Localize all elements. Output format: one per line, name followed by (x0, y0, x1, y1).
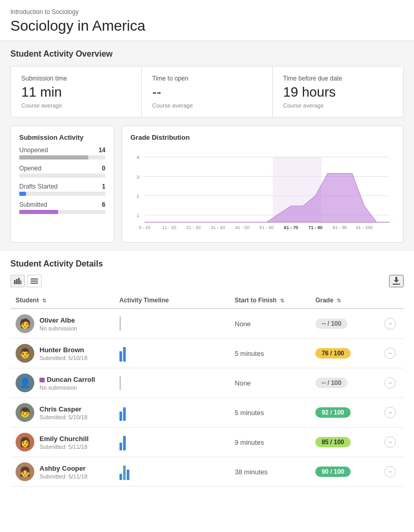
stat-value-2: 19 hours (283, 84, 393, 100)
stat-label-1: Time to open (152, 75, 262, 82)
timeline-bar (123, 407, 126, 421)
grade-distribution-card: Grade Distribution 4 3 2 1 (122, 126, 404, 243)
list-icon (31, 278, 38, 284)
sort-icon-grade: ⇅ (337, 298, 341, 303)
grade-cell-0: -- / 100 (310, 309, 379, 339)
student-submission-status: Submitted: 5/11/18 (39, 444, 89, 450)
th-grade[interactable]: Grade ⇅ (310, 292, 379, 309)
activity-count-3: 6 (102, 201, 105, 208)
flag-icon (39, 378, 45, 382)
bar-chart-view-button[interactable] (10, 275, 25, 287)
stat-label-0: Submission time (21, 75, 131, 82)
timeline-bar (123, 436, 126, 450)
students-table: Student ⇅ Activity Timeline Start to Fin… (10, 292, 404, 487)
timeline-cell-0 (114, 309, 230, 339)
chart-svg: 4 3 2 1 (130, 147, 395, 235)
activity-count-0: 14 (99, 147, 105, 154)
grade-cell-1: 76 / 100 (310, 339, 379, 368)
row-action-button[interactable]: − (384, 436, 396, 448)
list-view-button[interactable] (27, 275, 42, 287)
activity-bar-3 (19, 210, 58, 214)
action-cell-4: − (379, 428, 404, 457)
svg-rect-21 (16, 279, 18, 284)
row-action-button[interactable]: − (384, 377, 396, 389)
stat-sub-0: Course average (21, 102, 131, 109)
svg-text:11 - 20: 11 - 20 (162, 225, 176, 230)
timeline-bar (119, 411, 122, 421)
row-action-button[interactable]: − (384, 348, 396, 359)
svg-text:91 - 100: 91 - 100 (356, 225, 372, 230)
svg-text:4: 4 (137, 154, 140, 160)
timeline-bar (119, 351, 122, 362)
th-start-to-finish[interactable]: Start to Finish ⇅ (230, 292, 310, 309)
bar-chart-icon (14, 278, 21, 284)
timeline-bar (127, 470, 129, 480)
activity-count-2: 1 (102, 183, 105, 190)
action-cell-2: − (379, 368, 404, 398)
stat-time-before-due: Time before due date 19 hours Course ave… (273, 66, 403, 117)
overview-section: Student Activity Overview Submission tim… (0, 41, 414, 251)
stat-submission-time: Submission time 11 min Course average (11, 66, 142, 117)
timeline-cell-4 (114, 428, 230, 457)
avatar: 👦 (16, 403, 34, 422)
student-name: Ashby Cooper (39, 464, 87, 472)
page-title: Sociology in America (10, 18, 404, 34)
svg-rect-22 (18, 278, 20, 284)
row-action-button[interactable]: − (384, 466, 396, 477)
table-row: 👤Duncan CarrollNo submissionNone-- / 100… (10, 368, 404, 398)
activity-name-3: Submitted (19, 201, 47, 208)
activity-count-1: 0 (102, 165, 105, 172)
action-cell-5: − (379, 457, 404, 487)
row-action-button[interactable]: − (384, 407, 396, 418)
student-cell-1: 👨Hunter BrownSubmitted: 5/10/18 (10, 339, 114, 368)
grade-badge: 76 / 100 (315, 348, 350, 358)
student-cell-5: 👧Ashby CooperSubmitted: 5/11/18 (10, 457, 114, 487)
sort-icon-stf: ⇅ (280, 298, 284, 303)
download-button[interactable] (389, 275, 404, 287)
activity-item-unopened: Unopened 14 (19, 147, 105, 159)
start-to-finish-cell-3: 5 minutes (230, 398, 310, 428)
student-submission-status: Submitted: 5/10/18 (39, 355, 87, 361)
timeline-cell-5 (114, 457, 230, 487)
grade-badge: -- / 100 (315, 378, 348, 388)
activity-name-0: Unopened (19, 147, 48, 154)
svg-text:3: 3 (137, 174, 139, 180)
svg-rect-26 (31, 283, 38, 284)
start-to-finish-cell-0: None (230, 309, 310, 339)
stat-label-2: Time before due date (283, 75, 393, 82)
svg-rect-25 (31, 281, 38, 282)
student-submission-status: No submission (39, 384, 95, 391)
student-cell-3: 👦Chris CasperSubmitted: 5/10/18 (10, 398, 114, 428)
avatar: 👨 (16, 344, 34, 363)
svg-text:1: 1 (137, 212, 139, 218)
breadcrumb: Introduction to Sociology (10, 8, 404, 16)
timeline-empty (119, 316, 121, 331)
activity-item-drafts: Drafts Started 1 (19, 183, 105, 196)
timeline-bar (123, 347, 126, 362)
view-controls (10, 275, 404, 287)
timeline-bar (119, 474, 122, 480)
activity-bar-2 (19, 192, 26, 196)
th-student[interactable]: Student ⇅ (10, 292, 114, 309)
action-cell-1: − (379, 339, 404, 368)
start-to-finish-cell-4: 9 minutes (230, 428, 310, 457)
avatar: 👧 (16, 462, 34, 481)
svg-rect-24 (31, 278, 38, 280)
middle-row: Submission Activity Unopened 14 Opened 0 (10, 126, 404, 243)
avatar: 👤 (16, 374, 34, 392)
grade-distribution-chart: 4 3 2 1 (130, 147, 395, 235)
table-row: 👨Hunter BrownSubmitted: 5/10/185 minutes… (10, 339, 404, 368)
svg-text:41 - 50: 41 - 50 (235, 225, 249, 230)
svg-text:51 - 60: 51 - 60 (260, 225, 274, 230)
svg-rect-20 (14, 280, 16, 284)
grade-cell-3: 92 / 100 (310, 398, 379, 428)
svg-text:71 - 80: 71 - 80 (309, 225, 323, 230)
student-cell-4: 👩Emily ChurchillSubmitted: 5/11/18 (10, 428, 114, 457)
stat-sub-2: Course average (283, 102, 393, 109)
svg-text:2: 2 (137, 193, 139, 199)
overview-title: Student Activity Overview (10, 49, 404, 59)
svg-rect-23 (20, 281, 21, 284)
grade-badge: 90 / 100 (315, 467, 350, 477)
activity-name-1: Opened (19, 165, 42, 172)
row-action-button[interactable]: − (384, 318, 396, 329)
